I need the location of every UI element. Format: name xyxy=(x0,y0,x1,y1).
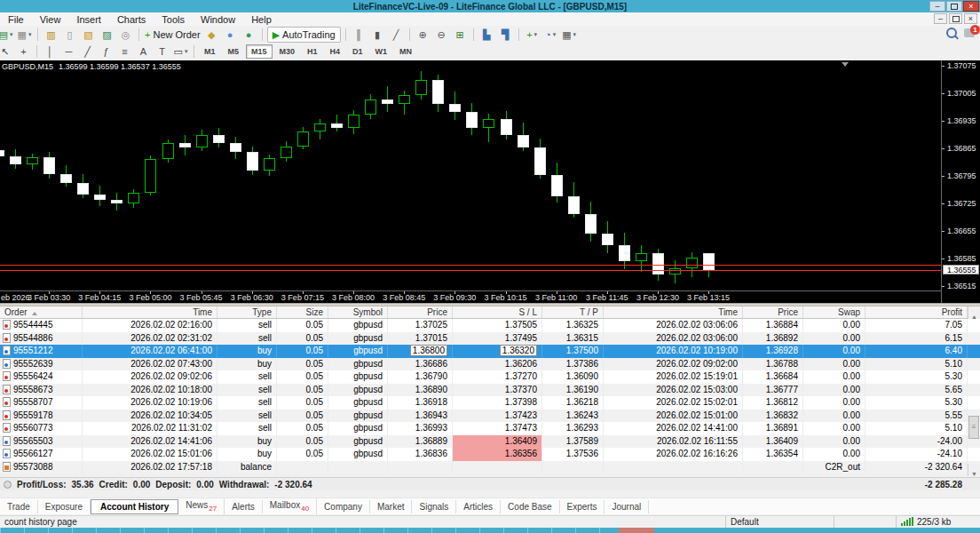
indicators-button[interactable]: +▾ xyxy=(524,28,541,42)
tab-journal[interactable]: Journal xyxy=(605,500,649,513)
mdi-close-button[interactable]: × xyxy=(964,13,977,24)
timeframe-h1[interactable]: H1 xyxy=(302,44,323,59)
profile-selector[interactable]: Default xyxy=(726,516,834,529)
autotrading-button[interactable]: ▶AutoTrading xyxy=(267,27,341,43)
column-header-11-profit[interactable]: Profit xyxy=(865,306,968,318)
cycle-lines-tool-button[interactable]: ≡ xyxy=(116,44,133,59)
tab-news[interactable]: News27 xyxy=(178,498,225,514)
timeframe-d1[interactable]: D1 xyxy=(347,44,368,59)
timeframe-m1[interactable]: M1 xyxy=(199,44,221,59)
menu-insert[interactable]: Insert xyxy=(68,14,109,25)
menu-tools[interactable]: Tools xyxy=(154,14,193,25)
taskbar-active-item[interactable] xyxy=(619,528,654,533)
menu-charts[interactable]: Charts xyxy=(109,14,154,25)
tab-experts[interactable]: Experts xyxy=(560,500,605,513)
tab-mailbox[interactable]: Mailbox40 xyxy=(263,498,317,514)
menu-view[interactable]: View xyxy=(32,14,69,25)
candles-mode-button[interactable]: ▮ xyxy=(369,28,386,42)
table-row-95544886[interactable]: 955448862026.02.02 02:31:02sell0.05gbpus… xyxy=(0,332,980,346)
table-row-95558673[interactable]: 955586732026.02.02 10:18:00sell0.05gbpus… xyxy=(0,384,980,397)
fibonacci-tool-button[interactable]: ƒ xyxy=(98,44,115,59)
timeframe-w1[interactable]: W1 xyxy=(370,44,393,59)
scrollbar-up[interactable]: ▲ xyxy=(968,306,980,319)
table-row-95558707[interactable]: 955587072026.02.02 10:19:06sell0.05gbpus… xyxy=(0,396,980,410)
trendline-tool-button[interactable]: ╱ xyxy=(79,44,96,59)
column-header-10-swap[interactable]: Swap xyxy=(803,306,865,318)
tab-code-base[interactable]: Code Base xyxy=(501,500,559,513)
arrange-horizontal-button[interactable]: ▙ xyxy=(478,28,495,42)
profiles-button[interactable]: ▦▾ xyxy=(16,28,33,42)
column-header-7-tp[interactable]: T / P xyxy=(542,306,604,318)
search-icon[interactable] xyxy=(946,28,957,38)
tab-company[interactable]: Company xyxy=(317,500,370,513)
table-row-95544445[interactable]: 955444452026.02.02 02:16:00sell0.05gbpus… xyxy=(0,319,980,332)
horizontal-line-tool-button[interactable]: ─ xyxy=(60,44,77,59)
label-tool-button[interactable]: T xyxy=(154,44,170,59)
timeframe-h4[interactable]: H4 xyxy=(325,44,346,59)
text-tool-button[interactable]: A xyxy=(135,44,152,59)
os-taskbar[interactable] xyxy=(0,528,980,533)
tab-trade[interactable]: Trade xyxy=(0,500,38,513)
maximize-button[interactable] xyxy=(946,1,962,12)
chart-plot[interactable]: GBPUSD,M151.36599 1.36599 1.36537 1.3655… xyxy=(0,60,941,290)
zoom-in-button[interactable]: ⊕ xyxy=(415,28,431,42)
mdi-restore-button[interactable] xyxy=(949,13,962,24)
table-row-95556424[interactable]: 955564242026.02.02 09:02:06sell0.05gbpus… xyxy=(0,370,980,384)
timeframe-m5[interactable]: M5 xyxy=(223,44,245,59)
table-row-95566127[interactable]: 955661272026.02.02 15:01:06buy0.05gbpusd… xyxy=(0,448,980,461)
menu-window[interactable]: Window xyxy=(193,14,243,25)
price-axis[interactable]: 1.370751.370051.369351.368651.367951.367… xyxy=(941,60,980,303)
chart-shift-marker[interactable] xyxy=(842,62,849,67)
periods-button[interactable]: ◔▾ xyxy=(542,28,559,42)
bars-mode-button[interactable]: ║ xyxy=(351,28,368,42)
column-header-1-time[interactable]: Time xyxy=(83,306,217,318)
terminal-button[interactable]: ▨ xyxy=(99,28,115,42)
menu-file[interactable]: File xyxy=(0,14,32,25)
arrows-tool-button[interactable]: ▭▾ xyxy=(172,44,189,59)
table-row-95560773[interactable]: 955607732026.02.02 11:31:02sell0.05gbpus… xyxy=(0,422,980,435)
scrollbar-down[interactable]: ▼ xyxy=(968,464,980,476)
timeframe-m30[interactable]: M30 xyxy=(274,44,301,59)
tab-market[interactable]: Market xyxy=(370,500,413,513)
column-header-0-order[interactable]: Order xyxy=(0,306,83,318)
arrange-vertical-button[interactable]: ▜ xyxy=(497,28,514,42)
close-button[interactable]: × xyxy=(963,1,979,12)
table-row-95551212[interactable]: 955512122026.02.02 06:41:00buy0.05gbpusd… xyxy=(0,345,980,358)
column-header-3-size[interactable]: Size xyxy=(277,306,328,318)
timeframe-mn[interactable]: MN xyxy=(394,44,417,59)
tab-alerts[interactable]: Alerts xyxy=(225,500,263,513)
market-watch-button[interactable]: ▥ xyxy=(43,28,59,42)
mdi-minimize-button[interactable]: – xyxy=(934,13,947,24)
column-header-4-symbol[interactable]: Symbol xyxy=(328,306,388,318)
line-mode-button[interactable]: ╱ xyxy=(388,28,405,42)
tab-articles[interactable]: Articles xyxy=(456,500,501,513)
timeframe-m15[interactable]: M15 xyxy=(246,44,273,59)
minimize-button[interactable]: – xyxy=(929,1,945,12)
tile-windows-button[interactable]: ⊞ xyxy=(452,28,469,42)
navigator-button[interactable]: ▧ xyxy=(80,28,97,42)
templates-button[interactable]: ▦▾ xyxy=(561,28,578,42)
taskbar-buttons[interactable] xyxy=(0,528,612,533)
table-row-95552639[interactable]: 955526392026.02.02 07:43:00buy0.05gbpusd… xyxy=(0,358,980,371)
crosshair-tool-button[interactable]: + xyxy=(15,44,32,59)
new-order-button[interactable]: +New Order xyxy=(144,28,202,42)
cursor-tool-button[interactable]: ↖ xyxy=(0,44,13,59)
column-header-9-price[interactable]: Price xyxy=(743,306,803,318)
menu-help[interactable]: Help xyxy=(243,14,280,25)
metaeditor-button[interactable]: ◆ xyxy=(203,28,220,42)
experts-button[interactable]: ● xyxy=(222,28,239,42)
table-row-95573088[interactable]: 955730882026.02.02 17:57:18balanceC2R_ou… xyxy=(0,461,980,474)
scrollbar-thumb[interactable]: ≡ xyxy=(968,416,979,439)
time-axis[interactable]: eb 20263 Feb 03:303 Feb 04:153 Feb 05:00… xyxy=(0,290,941,304)
data-window-button[interactable]: ▯ xyxy=(61,28,78,42)
column-header-8-time[interactable]: Time xyxy=(604,306,743,318)
notifications-icon[interactable]: 1 xyxy=(964,28,975,37)
community-button[interactable]: ● xyxy=(241,28,257,42)
table-row-95565503[interactable]: 955655032026.02.02 14:41:06buy0.05gbpusd… xyxy=(0,435,980,449)
tab-exposure[interactable]: Exposure xyxy=(38,500,91,513)
tab-signals[interactable]: Signals xyxy=(412,500,456,513)
tab-account-history[interactable]: Account History xyxy=(91,499,178,514)
vertical-line-tool-button[interactable]: │ xyxy=(42,44,59,59)
column-header-2-type[interactable]: Type xyxy=(217,306,277,318)
table-row-95559178[interactable]: 955591782026.02.02 10:34:05sell0.05gbpus… xyxy=(0,410,980,423)
